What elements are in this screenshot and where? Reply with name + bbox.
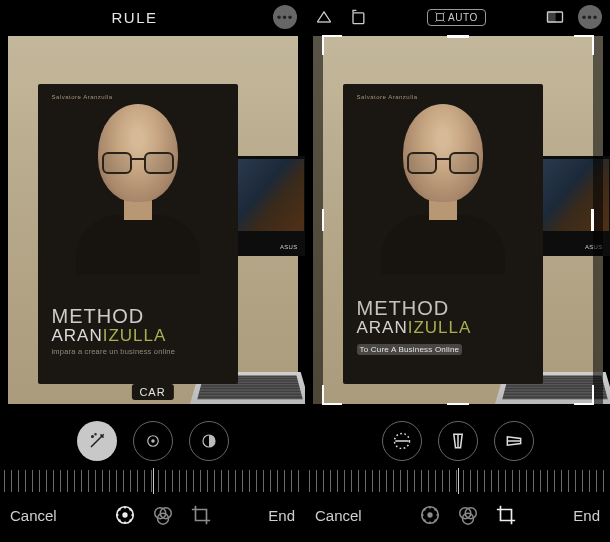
- end-button-right[interactable]: End: [573, 507, 600, 524]
- book-subtitle: impara a creare un business online: [52, 347, 176, 356]
- detected-object-tag[interactable]: CAR: [131, 384, 173, 400]
- svg-point-1: [94, 434, 95, 435]
- svg-rect-10: [353, 13, 364, 24]
- crop-controls-right: [305, 418, 610, 464]
- straighten-button[interactable]: [382, 421, 422, 461]
- book-title-line2a: ARAN: [52, 326, 103, 345]
- preview-right[interactable]: ASUS Salvatore Aranzulla METHOD ARANIZUL…: [313, 36, 603, 404]
- monitor-brand: ASUS: [280, 244, 298, 250]
- book-title-line1: METHOD: [52, 305, 176, 328]
- cancel-button[interactable]: Cancel: [10, 507, 57, 524]
- adjust-tab-icon[interactable]: [111, 501, 139, 529]
- flip-vertical-icon[interactable]: [313, 6, 335, 28]
- adjust-tab-icon-right[interactable]: [416, 501, 444, 529]
- book-author: Salvatore Aranzulla: [52, 94, 113, 100]
- auto-crop-button[interactable]: AUTO: [427, 9, 486, 26]
- svg-point-0: [91, 436, 93, 438]
- crop-tab-icon[interactable]: [187, 501, 215, 529]
- topbar-right: AUTO •••: [305, 0, 610, 34]
- crop-handle-tr[interactable]: [574, 35, 594, 55]
- crop-handle-tl[interactable]: [322, 35, 342, 55]
- filters-tab-icon-right[interactable]: [454, 501, 482, 529]
- book-title-line2b: IZULLA: [103, 326, 167, 345]
- crop-frame[interactable]: [323, 36, 593, 404]
- editor-pane-left: RULE ••• ASUS Salvatore Aranzulla METHOD…: [0, 0, 305, 542]
- crop-handle-right[interactable]: [591, 209, 594, 231]
- monitor: ASUS: [236, 156, 306, 256]
- rotate-icon[interactable]: [347, 6, 369, 28]
- perspective-horizontal-button[interactable]: [494, 421, 534, 461]
- bottombar-right: Cancel End: [305, 492, 610, 538]
- crop-tab-icon-right[interactable]: [492, 501, 520, 529]
- bottombar-left: Cancel End: [0, 492, 305, 538]
- crop-handle-bottom[interactable]: [447, 403, 469, 406]
- topbar-title: RULE: [112, 9, 158, 26]
- adjust-controls-left: [0, 418, 305, 464]
- more-options-button[interactable]: •••: [273, 5, 297, 29]
- svg-point-6: [123, 513, 127, 517]
- crop-dim-right: [593, 36, 603, 404]
- perspective-vertical-button[interactable]: [438, 421, 478, 461]
- preview-left[interactable]: ASUS Salvatore Aranzulla METHOD ARANIZUL…: [8, 36, 298, 404]
- crop-handle-top[interactable]: [447, 35, 469, 38]
- svg-point-16: [428, 513, 432, 517]
- filters-tab-icon[interactable]: [149, 501, 177, 529]
- aspect-ratio-icon[interactable]: [544, 6, 566, 28]
- editor-pane-right: AUTO ••• ASUS Salvatore Aranzulla METHOD: [305, 0, 610, 542]
- auto-enhance-button[interactable]: [77, 421, 117, 461]
- more-options-button-right[interactable]: •••: [578, 5, 602, 29]
- crop-handle-br[interactable]: [574, 385, 594, 405]
- svg-point-3: [151, 440, 153, 442]
- crop-handle-bl[interactable]: [322, 385, 342, 405]
- svg-rect-13: [548, 12, 556, 22]
- end-button[interactable]: End: [268, 507, 295, 524]
- book-cover: Salvatore Aranzulla METHOD ARANIZULLA im…: [38, 84, 238, 384]
- topbar-left: RULE •••: [0, 0, 305, 34]
- auto-crop-label: AUTO: [448, 12, 478, 23]
- adjust-slider-left[interactable]: [4, 470, 301, 492]
- book-title-block: METHOD ARANIZULLA impara a creare un bus…: [52, 305, 176, 356]
- rotate-slider[interactable]: [309, 470, 606, 492]
- svg-rect-11: [437, 14, 444, 21]
- crop-handle-left[interactable]: [322, 209, 325, 231]
- contrast-button[interactable]: [189, 421, 229, 461]
- cancel-button-right[interactable]: Cancel: [315, 507, 362, 524]
- exposure-button[interactable]: [133, 421, 173, 461]
